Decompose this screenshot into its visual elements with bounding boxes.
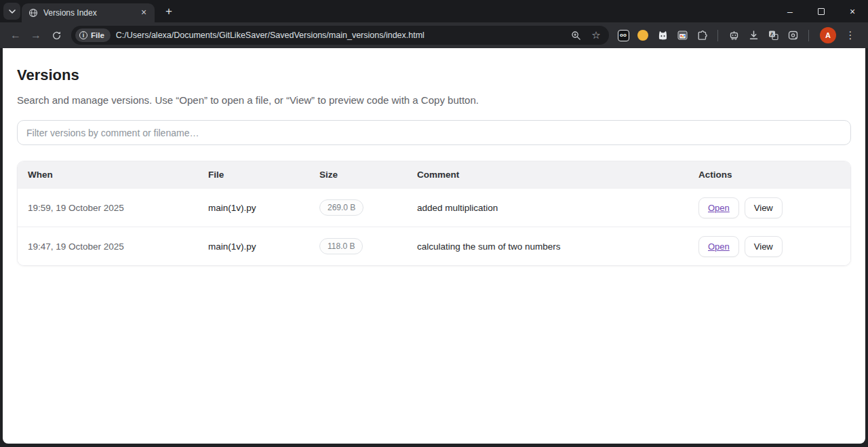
view-button[interactable]: View — [745, 236, 783, 257]
column-header-size: Size — [309, 161, 407, 188]
info-icon: i — [79, 31, 87, 39]
tab-title: Versions Index — [43, 8, 133, 18]
capture-icon — [787, 30, 799, 41]
screen-capture-button[interactable] — [787, 29, 799, 41]
filter-input[interactable] — [17, 120, 851, 145]
new-tab-button[interactable]: + — [160, 3, 178, 20]
browser-menu-button[interactable]: ⋮ — [844, 29, 857, 41]
toolbar-separator-2 — [808, 30, 809, 41]
magnifier-icon — [571, 31, 581, 41]
table-row: 19:47, 19 October 2025 main(1v).py 118.0… — [18, 227, 850, 265]
adblock-extension-button[interactable]: oo — [617, 29, 629, 41]
page-subtitle: Search and manage versions. Use “Open” t… — [17, 94, 851, 106]
translate-icon: A — [768, 30, 779, 41]
tab-search-button[interactable] — [3, 3, 20, 20]
view-button[interactable]: View — [745, 197, 783, 218]
bookmark-button[interactable]: ☆ — [589, 28, 604, 43]
file-cell: main(1v).py — [198, 231, 309, 263]
maximize-icon — [818, 8, 825, 15]
extensions-menu-button[interactable] — [696, 29, 708, 41]
column-header-actions: Actions — [688, 161, 850, 188]
maximize-button[interactable] — [806, 0, 837, 22]
address-bar[interactable]: i File C:/Users/alexa/Documents/GitLikeS… — [71, 26, 609, 45]
yellow-extension-button[interactable] — [637, 29, 649, 41]
reload-icon — [52, 31, 62, 41]
extensions-area: oo — [617, 27, 857, 43]
tab-strip: Versions Index × + – × — [0, 0, 868, 22]
forward-button[interactable]: → — [26, 26, 45, 45]
size-cell: 118.0 B — [309, 227, 407, 265]
actions-cell: Open View — [688, 228, 850, 265]
comment-cell: calculating the sum of two numbers — [407, 231, 688, 263]
cat-extension-button[interactable] — [656, 29, 669, 41]
comment-cell: added multiplication — [407, 192, 688, 224]
chevron-down-icon — [9, 9, 16, 14]
zoom-page-button[interactable] — [568, 28, 583, 43]
page-content: Versions Search and manage versions. Use… — [3, 48, 865, 444]
photos-extension-icon — [677, 30, 688, 41]
download-icon — [748, 30, 760, 41]
tab-close-icon[interactable]: × — [138, 7, 149, 18]
size-cell: 269.0 B — [309, 189, 407, 227]
robot-icon — [728, 30, 740, 41]
column-header-file: File — [198, 161, 309, 188]
browser-toolbar: ← → i File C:/Users/alexa/Documents/GitL… — [0, 22, 868, 48]
url-text[interactable]: C:/Users/alexa/Documents/GitLikeSaver/Sa… — [116, 31, 563, 40]
when-cell: 19:59, 19 October 2025 — [18, 192, 198, 224]
file-cell: main(1v).py — [198, 192, 309, 224]
back-button[interactable]: ← — [6, 26, 25, 45]
close-button[interactable]: × — [837, 0, 868, 22]
size-badge: 118.0 B — [319, 238, 363, 254]
star-icon: ☆ — [591, 29, 600, 41]
downloads-button[interactable] — [747, 29, 760, 41]
page-title: Versions — [17, 66, 851, 84]
close-icon: × — [850, 6, 855, 17]
column-header-when: When — [18, 161, 198, 188]
versions-table: When File Size Comment Actions 19:59, 19… — [17, 161, 851, 266]
toolbar-separator — [717, 30, 718, 41]
file-chip-label: File — [91, 31, 104, 39]
back-icon: ← — [10, 29, 21, 41]
open-button[interactable]: Open — [698, 236, 739, 257]
puzzle-icon — [696, 30, 708, 41]
open-button[interactable]: Open — [698, 197, 739, 218]
photos-extension-button[interactable] — [676, 29, 688, 41]
actions-cell: Open View — [688, 189, 850, 227]
oo-extension-icon: oo — [618, 30, 629, 41]
minimize-icon: – — [787, 6, 793, 17]
globe-favicon-icon — [28, 8, 38, 18]
forward-icon: → — [31, 29, 41, 41]
table-header-row: When File Size Comment Actions — [18, 161, 850, 188]
bot-extension-button[interactable] — [728, 29, 740, 41]
window-controls: – × — [774, 0, 868, 22]
minimize-button[interactable]: – — [774, 0, 806, 22]
browser-tab[interactable]: Versions Index × — [22, 3, 155, 22]
profile-avatar[interactable]: A — [820, 27, 836, 43]
file-scheme-chip[interactable]: i File — [75, 28, 111, 42]
yellow-circle-icon — [637, 30, 648, 41]
when-cell: 19:47, 19 October 2025 — [18, 231, 198, 263]
reload-button[interactable] — [47, 26, 66, 45]
column-header-comment: Comment — [407, 161, 688, 188]
size-badge: 269.0 B — [319, 199, 363, 216]
translate-button[interactable]: A — [767, 29, 779, 41]
cat-extension-icon — [657, 30, 669, 41]
table-row: 19:59, 19 October 2025 main(1v).py 269.0… — [18, 188, 850, 227]
